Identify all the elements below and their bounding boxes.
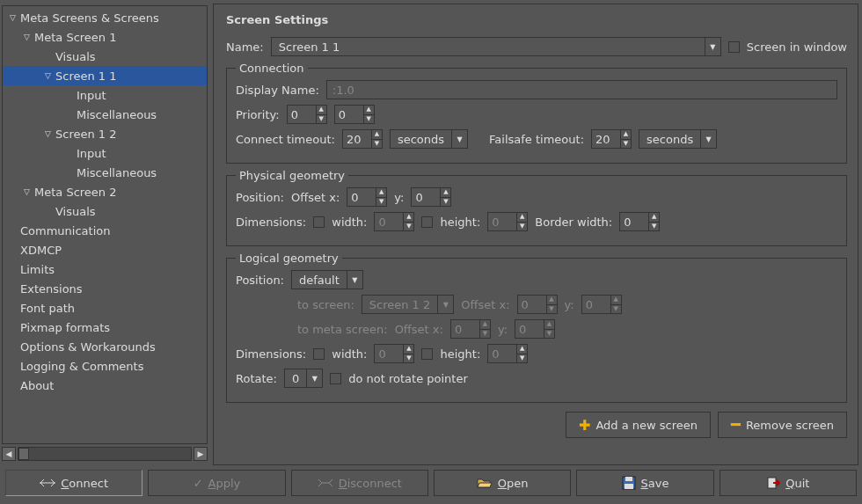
tree-options-workarounds[interactable]: Options & Workarounds [3, 337, 207, 356]
do-not-rotate-label: do not rotate pointer [348, 372, 468, 385]
log-width-checkbox[interactable] [313, 348, 325, 360]
log-height-spinner[interactable]: ▲▼ [487, 344, 528, 363]
connect-button[interactable]: Connect [5, 470, 142, 496]
open-button[interactable]: Open [434, 470, 571, 496]
chevron-down-icon: ▽ [24, 33, 34, 41]
border-width-spinner[interactable]: ▲▼ [619, 212, 660, 231]
chevron-down-icon[interactable]: ▼ [705, 38, 720, 55]
floppy-icon [622, 476, 636, 490]
connect-timeout-label: Connect timeout: [236, 133, 335, 146]
tree-font-path[interactable]: Font path [3, 298, 207, 318]
failsafe-timeout-label: Failsafe timeout: [489, 133, 584, 146]
phys-offset-x-spinner[interactable]: ▲▼ [347, 187, 387, 207]
log-offset-y-spinner: ▲▼ [581, 295, 622, 314]
panel-title: Screen Settings [226, 13, 847, 26]
phys-height-checkbox[interactable] [421, 216, 433, 228]
tree-communication[interactable]: Communication [3, 221, 207, 240]
chevron-down-icon[interactable]: ▼ [306, 369, 322, 387]
log-height-label: height: [440, 347, 480, 361]
name-select[interactable]: Screen 1 1 ▼ [271, 37, 721, 56]
chevron-down-icon[interactable]: ▼ [700, 130, 716, 148]
tree-miscellaneous[interactable]: Miscellaneous [3, 105, 207, 124]
bottom-toolbar: Connect ✓ Apply Disconnect Open Save Qui… [0, 465, 862, 500]
position-label: Position: [236, 191, 284, 204]
tree-input[interactable]: Input [3, 85, 207, 105]
disconnect-button[interactable]: Disconnect [291, 470, 428, 496]
svg-rect-3 [625, 477, 632, 481]
priority-1-spinner[interactable]: ▲▼ [287, 105, 327, 124]
log-width-label: width: [332, 347, 367, 361]
quit-button[interactable]: Quit [720, 470, 857, 496]
tree-meta-screens[interactable]: ▽Meta Screens & Screens [3, 8, 207, 27]
log-offset-x-label: Offset x: [461, 298, 509, 311]
chevron-down-icon[interactable]: ▼ [347, 271, 362, 289]
priority-2-spinner[interactable]: ▲▼ [334, 105, 375, 124]
apply-button[interactable]: ✓ Apply [148, 470, 285, 496]
offset-x-label: Offset x: [291, 191, 340, 204]
folder-open-icon [477, 477, 493, 489]
tree-pixmap-formats[interactable]: Pixmap formats [3, 318, 207, 337]
scroll-left-button[interactable]: ◀ [2, 447, 16, 461]
chevron-down-icon: ▽ [45, 71, 55, 80]
priority-label: Priority: [236, 108, 280, 121]
log-dimensions-label: Dimensions: [236, 347, 306, 361]
phys-width-spinner[interactable]: ▲▼ [374, 212, 414, 231]
log-y-label-2: y: [498, 323, 508, 336]
scroll-right-button[interactable]: ▶ [194, 447, 208, 461]
log-offset-x-label-2: Offset x: [395, 323, 443, 336]
phys-width-checkbox[interactable] [313, 216, 325, 228]
phys-height-spinner[interactable]: ▲▼ [487, 212, 528, 231]
tree-miscellaneous-2[interactable]: Miscellaneous [3, 163, 207, 182]
tree-about[interactable]: About [3, 376, 207, 395]
tree-screen-1-1[interactable]: ▽Screen 1 1 [3, 66, 207, 85]
save-button[interactable]: Save [576, 470, 713, 496]
tree-visuals[interactable]: Visuals [3, 47, 207, 66]
logical-geometry-fieldset: Logical geometry Position: default▼ to s… [226, 252, 847, 403]
connect-icon [40, 478, 55, 488]
to-meta-screen-label: to meta screen: [297, 323, 388, 336]
tree-extensions[interactable]: Extensions [3, 279, 207, 298]
connect-timeout-unit[interactable]: seconds▼ [390, 129, 468, 149]
plus-icon: ✚ [579, 417, 590, 434]
height-label: height: [440, 215, 480, 229]
tree-visuals-2[interactable]: Visuals [3, 201, 207, 221]
failsafe-timeout-spinner[interactable]: ▲▼ [591, 129, 632, 149]
log-position-select[interactable]: default▼ [291, 270, 363, 289]
connect-timeout-spinner[interactable]: ▲▼ [342, 129, 383, 149]
do-not-rotate-checkbox[interactable] [330, 373, 341, 384]
tree-meta-screen-2[interactable]: ▽Meta Screen 2 [3, 182, 207, 201]
tree-meta-screen-1[interactable]: ▽Meta Screen 1 [3, 27, 207, 47]
remove-screen-button[interactable]: ━ Remove screen [718, 412, 847, 438]
tree-logging-comments[interactable]: Logging & Comments [3, 356, 207, 376]
quit-icon [766, 476, 780, 490]
tree-limits[interactable]: Limits [3, 259, 207, 279]
nav-tree[interactable]: ▽Meta Screens & Screens ▽Meta Screen 1 V… [2, 5, 208, 444]
tree-screen-1-2[interactable]: ▽Screen 1 2 [3, 124, 207, 143]
failsafe-timeout-unit[interactable]: seconds▼ [639, 129, 717, 149]
settings-panel: Screen Settings Name: Screen 1 1 ▼ Scree… [213, 4, 858, 465]
physical-geometry-fieldset: Physical geometry Position: Offset x: ▲▼… [226, 169, 847, 246]
chevron-down-icon[interactable]: ▼ [451, 130, 467, 148]
tree-input-2[interactable]: Input [3, 143, 207, 163]
chevron-down-icon: ▽ [24, 187, 34, 196]
border-width-label: Border width: [535, 215, 612, 229]
disconnect-icon [318, 478, 333, 488]
horizontal-scrollbar[interactable] [18, 447, 192, 461]
log-ms-offset-y-spinner: ▲▼ [515, 319, 555, 339]
log-width-spinner[interactable]: ▲▼ [374, 344, 414, 363]
minus-icon: ━ [731, 420, 741, 429]
log-ms-offset-x-spinner: ▲▼ [450, 319, 491, 339]
sidebar: ▽Meta Screens & Screens ▽Meta Screen 1 V… [0, 0, 213, 465]
screen-in-window-checkbox[interactable] [728, 41, 740, 53]
width-label: width: [332, 215, 367, 229]
tree-xdmcp[interactable]: XDMCP [3, 240, 207, 259]
check-icon: ✓ [194, 477, 203, 490]
phys-offset-y-spinner[interactable]: ▲▼ [411, 187, 451, 207]
chevron-down-icon: ▽ [45, 129, 55, 138]
add-screen-button[interactable]: ✚ Add a new screen [566, 412, 711, 438]
display-name-field [326, 80, 837, 99]
dimensions-label: Dimensions: [236, 215, 306, 229]
rotate-select[interactable]: 0▼ [284, 369, 323, 388]
log-height-checkbox[interactable] [421, 348, 433, 360]
log-y-label: y: [565, 298, 574, 311]
